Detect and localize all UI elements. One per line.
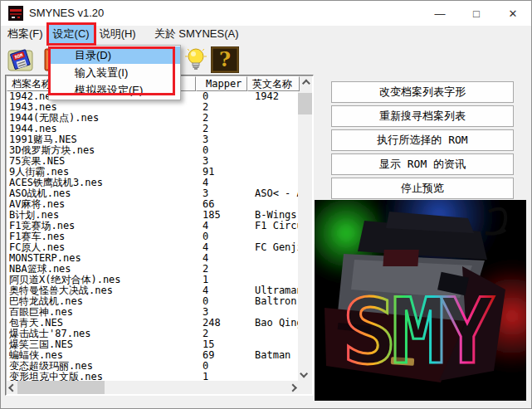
table-cell: 2 (203, 124, 250, 134)
table-row[interactable]: MONSTERP.nes4 (7, 253, 299, 264)
table-cell: 66 (203, 199, 250, 210)
scroll-down-button[interactable] (298, 367, 312, 381)
table-row[interactable]: F1赛车.nes0 (7, 231, 299, 242)
table-cell: NBA篮球.nes (7, 264, 203, 275)
table-row[interactable]: 1944.nes2 (7, 124, 299, 134)
stop-preview-button[interactable]: 停止预览 (331, 178, 514, 199)
minimize-button[interactable]: — (422, 1, 458, 26)
menu-item-file[interactable]: 档案(F) (3, 25, 47, 43)
table-cell: 0 (203, 145, 250, 156)
table-cell: 爆击战士'87.nes (7, 329, 203, 339)
table-row[interactable]: 75宾果.NES3 (7, 156, 299, 167)
table-cell: ASO< - Ar (250, 188, 299, 199)
show-rom-info-button[interactable]: 显示 ROM 的资讯 (331, 153, 514, 175)
table-row[interactable]: 爆击战士'87.nes2 (7, 329, 299, 339)
table-cell: 75宾果.NES (7, 156, 203, 167)
table-row[interactable]: AV麻将.nes66 (7, 199, 299, 210)
file-list-rows: 1942.nes019421943.nes21944(无限点).nes21944… (7, 91, 299, 382)
scrollbar-corner (298, 381, 312, 394)
table-cell: 巴特龙战机.nes (7, 296, 203, 307)
table-cell: 1944.nes (7, 124, 203, 134)
lightbulb-icon[interactable] (182, 46, 210, 73)
table-cell: 爆笑三国.NES (7, 339, 203, 350)
table-cell: 变态超级玛丽.nes (7, 361, 203, 372)
table-row[interactable]: 巴特龙战机.nes0Baltron (7, 296, 299, 307)
table-cell (250, 113, 299, 124)
table-row[interactable]: 爆笑三国.NES15 (7, 339, 299, 350)
table-row[interactable]: 1991赌马.NES3 (7, 134, 299, 145)
table-cell: F1赛车.nes (7, 231, 203, 242)
table-cell: 4 (203, 242, 250, 253)
table-cell: 3D俄罗斯方块.nes (7, 145, 203, 156)
table-cell: 1 (203, 275, 250, 285)
load-rom-icon[interactable]: ROM (7, 46, 35, 73)
table-cell (250, 124, 299, 134)
table-row[interactable]: 奥特曼怪兽大决战.nes4Ultraman (7, 285, 299, 296)
table-cell (250, 275, 299, 285)
menu-item-input-device[interactable]: 输入装置(I) (49, 64, 180, 81)
table-cell: 3 (203, 156, 250, 167)
smy-watermark: SMY (342, 280, 494, 383)
menu-item-about[interactable]: 关於 SMYNES(A) (150, 25, 243, 43)
table-cell (250, 264, 299, 275)
table-cell: 3 (203, 188, 250, 199)
table-row[interactable]: B计划.nes185B-Wings (7, 210, 299, 221)
menu-item-settings[interactable]: 设定(C) (49, 25, 94, 43)
column-header-english-name[interactable]: 英文名称 (247, 76, 300, 91)
table-row[interactable]: 1943.nes2 (7, 102, 299, 113)
run-selected-rom-button[interactable]: 执行所选择的 ROM (331, 129, 514, 151)
table-row[interactable]: ACES铁鹰战机3.nes4 (7, 178, 299, 188)
table-row[interactable]: 包青天.NES248Bao Qing (7, 318, 299, 329)
table-row[interactable]: 蝙蝠侠.nes69Batman (7, 350, 299, 361)
help-icon[interactable]: ? (211, 46, 239, 73)
table-cell: 4 (203, 221, 250, 231)
table-cell: 15 (203, 339, 250, 350)
vertical-scrollbar[interactable] (298, 76, 312, 381)
menu-item-emulator-settings[interactable]: 模拟器设定(E) (49, 81, 180, 99)
maximize-button[interactable]: □ (458, 1, 495, 26)
close-button[interactable]: ✕ (495, 1, 531, 26)
table-row[interactable]: FC原人.nes4FC Genjin (7, 242, 299, 253)
menu-item-help[interactable]: 说明(H) (95, 25, 140, 43)
table-row[interactable]: 百眼巨神.nes3 (7, 307, 299, 318)
table-row[interactable]: 变态超级玛丽.nes0 (7, 361, 299, 372)
table-cell: 1944(无限点).nes (7, 113, 203, 124)
table-cell: AV麻将.nes (7, 199, 203, 210)
table-cell (250, 199, 299, 210)
help-glyph: ? (219, 47, 231, 71)
table-cell: Batman (250, 350, 299, 361)
scroll-up-button[interactable] (298, 76, 312, 90)
table-cell: 0 (203, 361, 250, 372)
change-list-font-button[interactable]: 改变档案列表字形 (331, 81, 514, 103)
table-cell: 3 (203, 307, 250, 318)
table-row[interactable]: 1944(无限点).nes2 (7, 113, 299, 124)
vertical-scroll-thumb[interactable] (298, 93, 312, 114)
table-row[interactable]: 阿贝道X(绝对合体).nes1 (7, 275, 299, 285)
table-row[interactable]: 3D俄罗斯方块.nes0 (7, 145, 299, 156)
page-title: SMYNES v1.20 (29, 7, 104, 19)
table-cell: 9人街霸.nes (7, 167, 203, 178)
table-cell (250, 145, 299, 156)
table-row[interactable]: NBA篮球.nes2 (7, 264, 299, 275)
table-cell: B计划.nes (7, 210, 203, 221)
table-row[interactable]: F1竞赛场.nes4F1 Circus (7, 221, 299, 231)
table-cell: 包青天.NES (7, 318, 203, 329)
menu-item-directory[interactable]: 目录(D) (49, 46, 180, 64)
table-cell: 2 (203, 102, 250, 113)
table-row[interactable]: ASO战机.nes3ASO< - Ar (7, 188, 299, 199)
table-cell: 阿贝道X(绝对合体).nes (7, 275, 203, 285)
rescan-file-list-button[interactable]: 重新搜寻档案列表 (331, 105, 514, 127)
scroll-right-button[interactable] (285, 381, 298, 394)
horizontal-scrollbar[interactable] (7, 381, 298, 394)
column-header-mapper[interactable]: Mapper (196, 76, 247, 91)
horizontal-scroll-thumb[interactable] (17, 381, 105, 394)
table-cell (250, 253, 299, 264)
settings-dropdown-menu: 目录(D) 输入装置(I) 模拟器设定(E) (48, 45, 181, 100)
table-cell: 185 (203, 210, 250, 221)
table-cell: 蝙蝠侠.nes (7, 350, 203, 361)
table-cell (250, 102, 299, 113)
table-row[interactable]: 9人街霸.nes91 (7, 167, 299, 178)
table-cell: ASO战机.nes (7, 188, 203, 199)
table-cell (250, 134, 299, 145)
table-cell: 248 (203, 318, 250, 329)
